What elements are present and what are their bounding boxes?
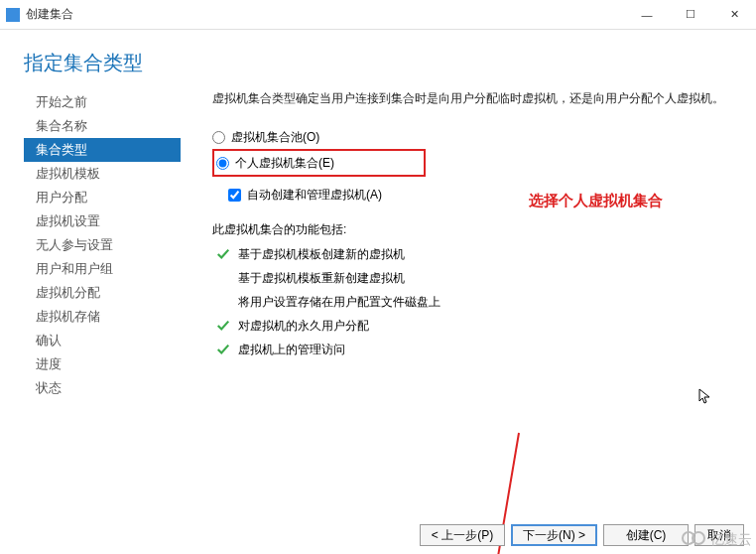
- radio-pool-label: 虚拟机集合池(O): [231, 129, 319, 146]
- watermark-icon: [681, 529, 706, 550]
- app-icon: [6, 8, 20, 22]
- feature-item: 将用户设置存储在用户配置文件磁盘上: [216, 294, 732, 311]
- titlebar: 创建集合 — ☐ ✕: [0, 0, 756, 30]
- nav-item[interactable]: 进度: [24, 352, 181, 376]
- nav-item[interactable]: 确认: [24, 329, 181, 352]
- nav-item[interactable]: 虚拟机存储: [24, 305, 181, 329]
- content-area: 虚拟机集合类型确定当用户连接到集合时是向用户分配临时虚拟机，还是向用户分配个人虚…: [181, 90, 732, 400]
- radio-personal[interactable]: 个人虚拟机集合(E): [216, 151, 334, 175]
- prev-button[interactable]: < 上一步(P): [420, 524, 505, 546]
- page-title: 指定集合类型: [24, 50, 732, 76]
- nav-item[interactable]: 用户和用户组: [24, 257, 181, 281]
- feature-text: 虚拟机上的管理访问: [238, 342, 345, 358]
- feature-text: 对虚拟机的永久用户分配: [238, 318, 369, 335]
- feature-text: 基于虚拟机模板重新创建虚拟机: [238, 270, 405, 287]
- radio-personal-input[interactable]: [216, 157, 229, 170]
- radio-personal-label: 个人虚拟机集合(E): [235, 155, 334, 172]
- nav-item[interactable]: 集合类型: [24, 138, 181, 162]
- maximize-button[interactable]: ☐: [669, 0, 712, 30]
- auto-create-label: 自动创建和管理虚拟机(A): [247, 187, 382, 204]
- minimize-button[interactable]: —: [625, 0, 669, 30]
- features-list: 基于虚拟机模板创建新的虚拟机基于虚拟机模板重新创建虚拟机将用户设置存储在用户配置…: [212, 246, 732, 358]
- feature-text: 将用户设置存储在用户配置文件磁盘上: [238, 294, 441, 311]
- feature-item: 基于虚拟机模板创建新的虚拟机: [216, 246, 732, 263]
- nav-item[interactable]: 开始之前: [24, 90, 181, 114]
- nav-item[interactable]: 集合名称: [24, 114, 181, 138]
- feature-text: 基于虚拟机模板创建新的虚拟机: [238, 246, 405, 263]
- feature-item: 对虚拟机的永久用户分配: [216, 318, 732, 335]
- auto-create-checkbox[interactable]: [228, 189, 241, 202]
- feature-item: 虚拟机上的管理访问: [216, 342, 732, 358]
- window-controls: — ☐ ✕: [625, 0, 756, 30]
- window-title: 创建集合: [26, 6, 625, 23]
- feature-item: 基于虚拟机模板重新创建虚拟机: [216, 270, 732, 287]
- nav-item[interactable]: 用户分配: [24, 186, 181, 209]
- watermark-text: 亿速云: [710, 531, 752, 549]
- close-button[interactable]: ✕: [712, 0, 756, 30]
- page-header: 指定集合类型: [0, 30, 756, 90]
- radio-pool-input[interactable]: [212, 131, 225, 144]
- nav-item[interactable]: 虚拟机设置: [24, 209, 181, 233]
- watermark: 亿速云: [681, 529, 752, 550]
- annotation-text: 选择个人虚拟机集合: [529, 192, 663, 210]
- wizard-nav: 开始之前集合名称集合类型虚拟机模板用户分配虚拟机设置无人参与设置用户和用户组虚拟…: [24, 90, 181, 400]
- cursor-icon: [698, 388, 712, 406]
- description-text: 虚拟机集合类型确定当用户连接到集合时是向用户分配临时虚拟机，还是向用户分配个人虚…: [212, 90, 732, 107]
- nav-item[interactable]: 状态: [24, 376, 181, 400]
- highlight-box: 个人虚拟机集合(E): [212, 149, 426, 177]
- features-title: 此虚拟机集合的功能包括:: [212, 221, 732, 238]
- nav-item[interactable]: 虚拟机模板: [24, 162, 181, 186]
- nav-item[interactable]: 无人参与设置: [24, 233, 181, 257]
- next-button[interactable]: 下一步(N) >: [511, 524, 597, 546]
- create-button[interactable]: 创建(C): [603, 524, 689, 546]
- nav-item[interactable]: 虚拟机分配: [24, 281, 181, 305]
- radio-pool[interactable]: 虚拟机集合池(O): [212, 125, 732, 149]
